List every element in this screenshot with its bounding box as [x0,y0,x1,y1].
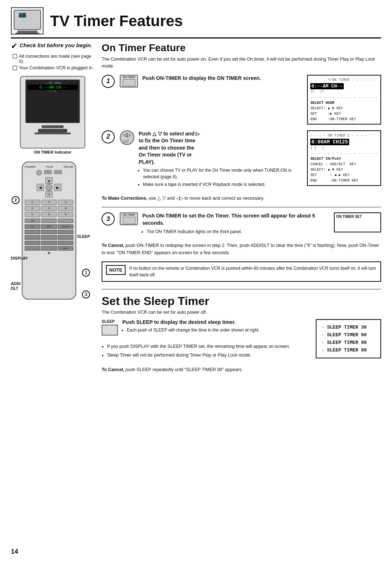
sleep-cancel-block: To Cancel, push SLEEP repeatedly until "… [102,366,381,373]
sleep-timer-sequence: ↓ SLEEP TIMER 30 ↓ SLEEP TIMER 60 ↓ SLEE… [316,319,381,360]
sleep-timer-row-30: ↓ SLEEP TIMER 30 [322,324,375,331]
add-dlt-label: ADD/DLT [11,281,21,291]
step-3-circle: 3 [102,212,115,225]
on-timer-section-title: On Timer Feature [102,42,381,54]
checklist-item-2: Your Combination VCR is plugged in. [13,65,94,70]
step-2-action: Push △ ▽ to select and ▷to fix the On Ti… [139,130,303,166]
on-timer-set-screen: ON TIMER SET [334,212,381,232]
step-1-screen: - - - - +/ON TIMER - - - - - - 6:--AM CH… [307,75,381,125]
step-3-row: 3 ON-TIMER Push ON-TIMER to set the On T… [102,212,381,236]
page-header: 🖥️ TV Timer Features [11,7,381,38]
sleep-timer-row-60: ↓ SLEEP TIMER 60 [322,331,375,339]
sleep-device: SLEEP [102,319,118,336]
checklist-item-1: All connections are made (see page 5). [13,54,94,64]
step-2-row: 2 ◁▷△▽ Push △ ▽ to select and ▷to fix th… [102,130,381,189]
step-3-action: Push ON-TIMER to set the On Timer. This … [142,212,330,227]
sleep-step-text: Push SLEEP to display the desired sleep … [122,319,260,334]
tv-image: - - - +/ON TIMER- - - 6:--AM CH-- /\ /\ [20,76,85,149]
on-timer-device-1: ON-TIMER [120,75,138,88]
step-3-bullets: The ON TIMER indicator lights on the fro… [147,228,330,235]
corrections-block: To Make Corrections, use △ ▽ and ◁▷ to m… [102,195,381,202]
step-2-content: ◁▷△▽ Push △ ▽ to select and ▷to fix the … [120,130,381,189]
display-label: DISPLAY [11,256,28,260]
sleep-step-bullets: Each push of SLEEP will change the time … [127,327,260,333]
step-2-bullets: You can choose TV or PLAY for the On Tim… [143,167,303,188]
sleep-timer-row-00: ↓ SLEEP TIMER 00 [322,346,375,354]
remote-circle-2: 2 [12,196,20,204]
sleep-intro: The Combination VCR can be set for auto … [102,310,381,315]
logo-image: 🖥️ [11,7,44,34]
sleep-layout: SLEEP Push SLEEP to display the desired … [102,319,381,360]
sleep-button-box [102,325,118,336]
sleep-left: SLEEP Push SLEEP to display the desired … [102,319,309,360]
on-timer-intro: The Combination VCR can be set for auto … [102,56,381,70]
on-timer-device-3: ON-TIMER [120,212,138,225]
step-2-circle: 2 [102,130,115,143]
sleep-timer-row-90: ↓ SLEEP TIMER 90 [322,339,375,346]
checkmark-icon: ✔ [11,41,17,51]
page-title: TV Timer Features [50,12,183,30]
checklist-title: Check list before you begin. [20,42,92,48]
step-2-screen: - - - - ON TIMER 1 - - - - 6:00AM CH125 … [307,130,381,186]
on-timer-indicator-label: ON TIMER Indicator [11,150,94,154]
checklist-header: ✔ Check list before you begin. [11,42,94,51]
note-box: NOTE If no button on the remote or Combi… [102,261,381,282]
checklist-items: All connections are made (see page 5). Y… [13,54,94,70]
step-1-row: 1 ON-TIMER Push ON-TIMER to display the … [102,75,381,125]
right-column: On Timer Feature The Combination VCR can… [102,42,381,373]
note-label: NOTE [106,265,126,275]
arrow-device-2: ◁▷△▽ [120,130,134,145]
note-text: If no button on the remote or Combinatio… [129,265,377,278]
step-1-action: Push ON-TIMER to display the ON TIMER sc… [142,75,303,82]
step-3-content: ON-TIMER Push ON-TIMER to set the On Tim… [120,212,381,236]
remote: POWERPLAYPAUSE ▲ ◀ ▶ [22,162,76,300]
checkbox-1 [13,54,17,58]
step-1-content: ON-TIMER Push ON-TIMER to display the ON… [120,75,381,125]
sleep-label: SLEEP [77,234,90,239]
sleep-bullets: If you push DISPLAY with the SLEEP TIMER… [107,343,309,359]
sleep-step-row: SLEEP Push SLEEP to display the desired … [102,319,309,339]
left-column: ✔ Check list before you begin. All conne… [11,42,94,373]
cancel-block: To Cancel, push ON-TIMER to redisplay th… [102,242,381,256]
page-number: 14 [11,548,18,556]
step-1-circle: 1 [102,75,115,88]
remote-circle-1: 1 [82,269,90,277]
remote-circle-3: 3 [82,290,90,298]
sleep-section-title: Set the Sleep Timer [102,294,381,308]
remote-control-image: 2 POWERPLAYPAUSE ▲ ◀ [11,162,91,300]
checkbox-2 [13,66,17,70]
